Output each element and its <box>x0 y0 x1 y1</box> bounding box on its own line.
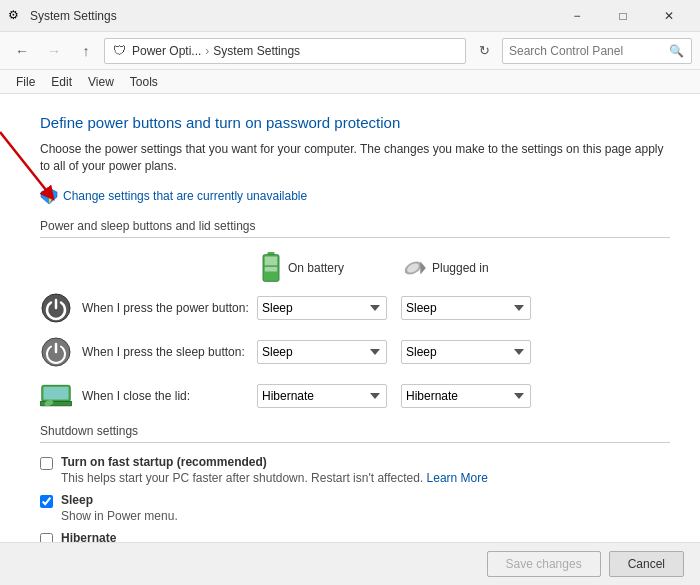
learn-more-link[interactable]: Learn More <box>427 471 488 485</box>
fast-startup-item: Turn on fast startup (recommended) This … <box>40 455 670 485</box>
power-header-row: On battery Plugged in <box>40 252 670 284</box>
power-button-label: When I press the power button: <box>82 301 257 315</box>
lid-label: When I close the lid: <box>82 389 257 403</box>
address-path[interactable]: 🛡 Power Opti... › System Settings <box>104 38 466 64</box>
save-changes-button[interactable]: Save changes <box>487 551 601 577</box>
lid-icon <box>40 380 72 412</box>
path-separator: › <box>205 44 209 58</box>
svg-rect-7 <box>265 256 277 265</box>
menu-edit[interactable]: Edit <box>43 73 80 91</box>
menu-tools[interactable]: Tools <box>122 73 166 91</box>
up-button[interactable]: ↑ <box>72 37 100 65</box>
power-button-row: When I press the power button: Sleep Hib… <box>40 292 670 324</box>
title-bar: ⚙ System Settings − □ ✕ <box>0 0 700 32</box>
svg-rect-15 <box>44 387 69 399</box>
back-button[interactable]: ← <box>8 37 36 65</box>
svg-rect-8 <box>265 267 277 271</box>
sleep-button-icon <box>40 336 72 368</box>
shield-colored-icon <box>40 187 58 205</box>
page-title: Define power buttons and turn on passwor… <box>40 114 670 131</box>
fast-startup-label: Turn on fast startup (recommended) <box>61 455 670 469</box>
power-sleep-section-header: Power and sleep buttons and lid settings <box>40 219 670 238</box>
svg-marker-11 <box>420 261 426 274</box>
app-icon: ⚙ <box>8 8 24 24</box>
sleep-button-row: When I press the sleep button: Sleep Hib… <box>40 336 670 368</box>
plugged-icon <box>400 257 426 279</box>
lid-row: When I close the lid: Sleep Hibernate Sh… <box>40 380 670 412</box>
battery-icon <box>260 252 282 284</box>
footer: Save changes Cancel <box>0 542 700 585</box>
sleep-shutdown-content: Sleep Show in Power menu. <box>61 493 670 523</box>
path-part1: Power Opti... <box>132 44 201 58</box>
minimize-button[interactable]: − <box>554 0 600 32</box>
search-box[interactable]: 🔍 <box>502 38 692 64</box>
sleep-shutdown-checkbox[interactable] <box>40 495 53 508</box>
power-plugged-select[interactable]: Sleep Hibernate Shut down Do nothing <box>401 296 531 320</box>
forward-button[interactable]: → <box>40 37 68 65</box>
search-icon: 🔍 <box>669 44 684 58</box>
maximize-button[interactable]: □ <box>600 0 646 32</box>
refresh-button[interactable]: ↻ <box>470 37 498 65</box>
sleep-plugged-select-wrap: Sleep Hibernate Shut down Do nothing <box>401 340 531 364</box>
cancel-button[interactable]: Cancel <box>609 551 684 577</box>
sleep-shutdown-label: Sleep <box>61 493 670 507</box>
power-battery-select[interactable]: Sleep Hibernate Shut down Do nothing <box>257 296 387 320</box>
battery-label: On battery <box>288 261 344 275</box>
sleep-button-label: When I press the sleep button: <box>82 345 257 359</box>
lid-battery-select-wrap: Sleep Hibernate Shut down Do nothing <box>257 384 397 408</box>
lid-plugged-select-wrap: Sleep Hibernate Shut down Do nothing <box>401 384 531 408</box>
power-plugged-select-wrap: Sleep Hibernate Shut down Do nothing <box>401 296 531 320</box>
menu-file[interactable]: File <box>8 73 43 91</box>
sleep-plugged-select[interactable]: Sleep Hibernate Shut down Do nothing <box>401 340 531 364</box>
title-bar-title: System Settings <box>30 9 554 23</box>
path-part2: System Settings <box>213 44 300 58</box>
main-content: Define power buttons and turn on passwor… <box>0 94 700 585</box>
address-bar: ← → ↑ 🛡 Power Opti... › System Settings … <box>0 32 700 70</box>
power-battery-select-wrap: Sleep Hibernate Shut down Do nothing <box>257 296 397 320</box>
shutdown-section-header: Shutdown settings <box>40 424 670 443</box>
fast-startup-desc: This helps start your PC faster after sh… <box>61 471 670 485</box>
menu-view[interactable]: View <box>80 73 122 91</box>
sleep-shutdown-item: Sleep Show in Power menu. <box>40 493 670 523</box>
battery-column-header: On battery <box>260 252 400 284</box>
close-button[interactable]: ✕ <box>646 0 692 32</box>
sleep-battery-select[interactable]: Sleep Hibernate Shut down Do nothing <box>257 340 387 364</box>
power-button-icon <box>40 292 72 324</box>
path-shield-icon: 🛡 <box>113 43 126 58</box>
change-link-container: Change settings that are currently unava… <box>40 187 670 205</box>
sleep-shutdown-desc: Show in Power menu. <box>61 509 670 523</box>
lid-battery-select[interactable]: Sleep Hibernate Shut down Do nothing <box>257 384 387 408</box>
sleep-battery-select-wrap: Sleep Hibernate Shut down Do nothing <box>257 340 397 364</box>
page-description: Choose the power settings that you want … <box>40 141 670 175</box>
search-input[interactable] <box>509 44 669 58</box>
change-settings-link[interactable]: Change settings that are currently unava… <box>63 189 307 203</box>
title-bar-controls: − □ ✕ <box>554 0 692 32</box>
plugged-column-header: Plugged in <box>400 257 530 279</box>
lid-plugged-select[interactable]: Sleep Hibernate Shut down Do nothing <box>401 384 531 408</box>
plugged-label: Plugged in <box>432 261 489 275</box>
fast-startup-content: Turn on fast startup (recommended) This … <box>61 455 670 485</box>
fast-startup-checkbox[interactable] <box>40 457 53 470</box>
menu-bar: File Edit View Tools <box>0 70 700 94</box>
